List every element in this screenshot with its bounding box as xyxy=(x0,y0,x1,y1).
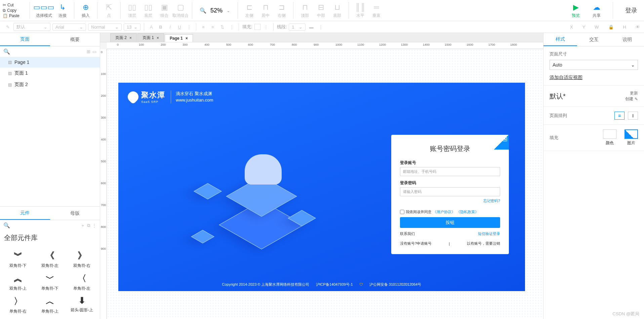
page-item[interactable]: ▤Page 1 xyxy=(0,57,100,68)
align-center-button[interactable]: ⊓居中 xyxy=(257,3,274,18)
align-top-button[interactable]: ⊓顶部 xyxy=(297,3,313,18)
create-style-link[interactable]: 创建 xyxy=(625,96,633,102)
widget-item[interactable]: ︽双角符-上 xyxy=(2,271,34,293)
align-middle-button[interactable]: ⊟中部 xyxy=(313,3,329,18)
page-search-input[interactable] xyxy=(12,49,85,54)
widget-item[interactable]: ⬇箭头-圆形-上 xyxy=(66,293,98,316)
canvas[interactable]: 聚水潭 SaaS SRP 滴水穿石 聚水成渊 www.jushuitan.com xyxy=(107,49,543,319)
widget-search-input[interactable] xyxy=(12,223,79,228)
visibility-icon[interactable]: 👁 xyxy=(636,25,640,30)
style-select[interactable]: 默认⌄ xyxy=(13,23,50,31)
username-input[interactable]: 邮箱地址、手机号码 xyxy=(400,167,500,176)
valign-icon[interactable]: ≡ xyxy=(209,23,216,31)
more-para-icon[interactable]: ⋮ xyxy=(228,23,235,31)
folder-icon[interactable]: ▭ xyxy=(92,49,96,54)
tab-pages[interactable]: 页面 xyxy=(0,33,50,46)
tab-interact[interactable]: 交互 xyxy=(577,33,611,46)
chevron-down-icon[interactable]: ⌄ xyxy=(227,8,230,13)
group-button[interactable]: ▣组合 xyxy=(156,3,172,18)
weight-select[interactable]: Normal⌄ xyxy=(88,24,122,31)
ruler-horizontal[interactable]: 0100200300400500600700800900100011001200… xyxy=(107,42,543,49)
tab-masters[interactable]: 母版 xyxy=(50,207,100,220)
line-width-select[interactable]: 1⌄ xyxy=(289,24,306,31)
bold-icon[interactable]: B xyxy=(157,23,164,31)
page-size-select[interactable]: Auto⌄ xyxy=(550,60,638,70)
tab-outline[interactable]: 概要 xyxy=(50,33,100,46)
qr-login-icon[interactable] xyxy=(494,135,509,150)
close-icon[interactable]: × xyxy=(157,36,159,40)
page-item[interactable]: ▤页面 1 xyxy=(0,68,100,79)
widget-item[interactable]: ︾双角符-下 xyxy=(2,248,34,271)
sms-login-link[interactable]: 短信验证登录 xyxy=(478,231,500,236)
privacy-policy-link[interactable]: 《隐私政策》 xyxy=(456,209,479,214)
create-icon[interactable]: ✎ xyxy=(635,97,638,102)
page-item[interactable]: ▤页面 2 xyxy=(0,79,100,90)
arrange-h-icon[interactable]: ⫴ xyxy=(628,112,638,120)
more-text-icon[interactable]: ⋮ xyxy=(185,23,193,31)
canvas-tab[interactable]: Page 1 × xyxy=(165,34,193,42)
top-layer-button[interactable]: ▯▯顶层 xyxy=(124,3,140,18)
connect-button[interactable]: ↳连接 xyxy=(54,3,71,18)
share-button[interactable]: ☁共享 xyxy=(589,3,605,18)
select-mode-button[interactable]: ▭▭▭选择模式 xyxy=(33,3,54,18)
line-color-icon[interactable]: ▬ xyxy=(308,23,315,31)
underline-icon[interactable]: U xyxy=(176,23,183,31)
font-select[interactable]: Arial⌄ xyxy=(52,24,86,31)
align-left-button[interactable]: ⊏左侧 xyxy=(241,3,257,18)
login-link[interactable]: 登录 xyxy=(625,6,637,14)
register-link[interactable]: 没有账号?申请账号 xyxy=(400,241,432,246)
paste-action[interactable]: 📋Paste xyxy=(3,13,26,18)
close-icon[interactable]: × xyxy=(129,36,132,40)
forgot-password-link[interactable]: 忘记密码? xyxy=(400,198,500,203)
line-height-icon[interactable]: ⇅ xyxy=(218,23,226,31)
agree-checkbox[interactable] xyxy=(400,210,404,214)
align-left-icon[interactable]: ≡ xyxy=(200,23,207,31)
widget-item[interactable]: ﹀单角符-下 xyxy=(34,271,66,293)
zoom-icon[interactable]: 🔍 xyxy=(200,7,206,14)
fill-color-option[interactable]: 颜色 xyxy=(603,129,616,146)
widget-item[interactable]: ︿单角符-上 xyxy=(34,293,66,316)
ungroup-button[interactable]: ▢取消组合 xyxy=(172,3,189,18)
bottom-layer-button[interactable]: ▯▯底层 xyxy=(140,3,156,18)
arrange-v-icon[interactable]: ≡ xyxy=(614,112,625,120)
dist-v-button[interactable]: ═垂直 xyxy=(368,3,385,18)
point-button[interactable]: ⇱点 xyxy=(101,3,117,18)
fill-image-option[interactable]: 图片 xyxy=(625,129,638,146)
stack-icon[interactable]: ⧉ xyxy=(87,223,90,228)
library-title[interactable]: 全部元件库 xyxy=(0,231,100,245)
widget-item[interactable]: 〈单角符-左 xyxy=(66,271,98,293)
line-more-icon[interactable]: ⋮ xyxy=(317,23,324,31)
more-icon[interactable]: ⋮ xyxy=(92,223,96,228)
ruler-vertical[interactable]: 0100200300400500600700800900 xyxy=(100,49,107,319)
add-widget-icon[interactable]: ＋ xyxy=(81,223,85,229)
insert-button[interactable]: ⊕插入 xyxy=(78,3,94,18)
close-icon[interactable]: × xyxy=(186,36,188,41)
fill-more-icon[interactable]: ⋮ xyxy=(263,23,270,31)
color-icon[interactable]: A xyxy=(148,23,155,31)
logout-link[interactable]: 以有账号，需要注销 xyxy=(467,241,500,246)
align-bottom-button[interactable]: ⊔底部 xyxy=(329,3,345,18)
zoom-input[interactable] xyxy=(208,7,225,14)
canvas-tab[interactable]: 页面 2 × xyxy=(110,33,137,42)
align-right-button[interactable]: ⊐右侧 xyxy=(274,3,290,18)
password-input[interactable]: 请输入密码 xyxy=(400,187,500,196)
tab-widgets[interactable]: 元件 xyxy=(0,207,50,220)
tab-note[interactable]: 说明 xyxy=(610,33,644,46)
design-frame[interactable]: 聚水潭 SaaS SRP 滴水穿石 聚水成渊 www.jushuitan.com xyxy=(118,83,525,291)
preview-button[interactable]: ▶预览 xyxy=(568,3,584,18)
lock-icon[interactable]: 🔒 xyxy=(608,25,614,30)
add-page-icon[interactable]: ⊞ xyxy=(87,49,90,54)
cut-action[interactable]: ✂Cut xyxy=(3,3,26,7)
tab-style[interactable]: 样式 xyxy=(544,33,577,46)
adaptive-view-link[interactable]: 添加自适应视图 xyxy=(550,75,582,81)
fill-color-icon[interactable] xyxy=(254,24,260,30)
reset-style-icon[interactable]: ✎ xyxy=(4,23,11,31)
widget-item[interactable]: 《双角符-左 xyxy=(34,248,66,271)
login-button[interactable]: 按钮 xyxy=(400,217,500,228)
contact-link[interactable]: 联系我们 xyxy=(400,231,415,236)
update-style-link[interactable]: 更新 xyxy=(625,90,638,96)
user-agreement-link[interactable]: 《用户协议》 xyxy=(433,209,455,214)
italic-icon[interactable]: I xyxy=(166,23,174,31)
widget-item[interactable]: 〉单角符-右 xyxy=(2,293,34,316)
canvas-tab[interactable]: 页面 1 × xyxy=(137,33,164,42)
